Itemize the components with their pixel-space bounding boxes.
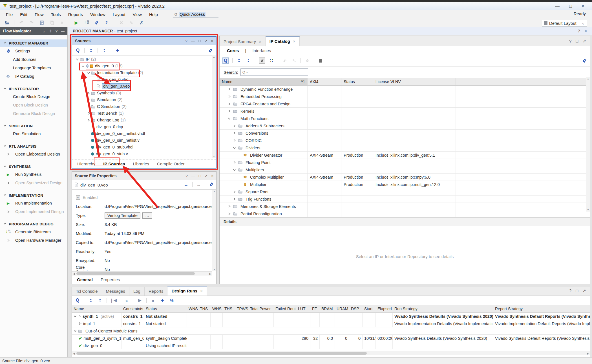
minimize-panel-icon[interactable]: — <box>191 174 195 178</box>
chevron-right-icon[interactable] <box>86 98 91 101</box>
ip-catalog-row[interactable]: Divider GeneratorAXI4-StreamProductionIn… <box>220 152 590 159</box>
float-panel-icon[interactable]: ↗ <box>582 39 586 44</box>
copy-icon[interactable] <box>49 20 55 26</box>
column-header-failed-routes[interactable]: Failed Routes <box>274 305 296 312</box>
ip-catalog-row[interactable]: Partial Reconfiguration <box>220 210 590 217</box>
edit-pencil-icon[interactable]: ✎ <box>128 20 134 26</box>
column-header-constraints[interactable]: Constraints <box>122 305 144 312</box>
tab-libraries[interactable]: Libraries <box>129 160 153 167</box>
column-header-elapsed[interactable]: Elapsed <box>376 305 393 312</box>
menu-reports[interactable]: Reports <box>65 11 87 18</box>
tree-item[interactable]: Simulation(2) <box>72 96 216 103</box>
column-header-total-power[interactable]: Total Power <box>248 305 274 312</box>
chevron-down-icon[interactable] <box>81 65 85 68</box>
properties-vertical-scrollbar[interactable]: ▲ ▼ <box>212 190 216 271</box>
tab-interfaces[interactable]: Interfaces <box>249 47 274 54</box>
sidebar-item-run-synthesis[interactable]: ▶Run Synthesis <box>0 170 67 179</box>
menu-view[interactable]: View <box>129 11 145 18</box>
enabled-checkbox[interactable]: ✔ <box>76 195 80 200</box>
menu-layout[interactable]: Layout <box>109 11 129 18</box>
chevron-right-icon[interactable] <box>232 190 237 193</box>
run-icon[interactable]: ▶ <box>73 20 79 26</box>
close-icon[interactable]: × <box>584 28 587 33</box>
ip-catalog-row[interactable]: Embedded Processing <box>220 93 590 100</box>
ip-catalog-row[interactable]: Complex MultiplierAXI4-StreamProductionI… <box>220 174 590 181</box>
tab-ip-sources[interactable]: IP Sources <box>100 160 128 167</box>
column-header-name[interactable]: Name^1 <box>220 78 308 85</box>
help-icon[interactable]: ? <box>578 28 580 33</box>
column-header-name[interactable]: Name <box>72 305 122 312</box>
ip-package-icon[interactable] <box>304 58 310 63</box>
sidebar-section-rtl-analysis[interactable]: RTL ANALYSIS <box>0 143 67 150</box>
column-header-axi4[interactable]: AXI4 <box>308 78 341 85</box>
minimize-panel-icon[interactable]: — <box>191 39 195 43</box>
collapse-all-icon[interactable] <box>88 48 94 53</box>
sidebar-item-open-implemented-design[interactable]: Open Implemented Design <box>0 207 67 216</box>
tab-ip-catalog[interactable]: IP Catalog× <box>266 36 300 46</box>
column-header-lut[interactable]: LUT <box>296 305 310 312</box>
more-options-button[interactable]: … <box>142 212 152 219</box>
column-header-start[interactable]: Start <box>363 305 376 312</box>
chevron-down-icon[interactable] <box>75 58 80 61</box>
chevron-right-icon[interactable] <box>86 112 91 115</box>
ip-catalog-row[interactable]: Dynamic Function eXchange <box>220 86 590 93</box>
close-tab-icon[interactable]: × <box>200 288 203 293</box>
sidebar-item-run-simulation[interactable]: Run Simulation <box>0 130 67 138</box>
column-header-ths[interactable]: THS <box>223 305 235 312</box>
tree-item[interactable]: div_gen_0_sim_netlist.v <box>72 137 216 144</box>
abort-icon[interactable]: ✗ <box>138 20 145 26</box>
sidebar-section-ip-integrator[interactable]: IP INTEGRATOR <box>0 85 67 92</box>
group-by-icon[interactable] <box>269 58 274 63</box>
back-arrow-icon[interactable]: ← <box>184 182 188 188</box>
float-panel-icon[interactable]: ↗ <box>204 39 207 43</box>
tree-item[interactable]: Synthesis(3) <box>72 90 216 96</box>
menu-flow[interactable]: Flow <box>31 11 47 18</box>
layout-selector[interactable]: Default Layout ⌄ <box>542 20 587 26</box>
details-pane-icon[interactable] <box>318 58 323 63</box>
chevron-down-icon[interactable] <box>86 71 91 74</box>
sidebar-item-ip-catalog[interactable]: IP Catalog <box>0 72 67 81</box>
ip-catalog-row[interactable]: Conversions <box>220 130 590 137</box>
design-run-row[interactable]: impl_1constrs_1Not startedVivado Impleme… <box>72 320 590 327</box>
collapse-all-icon[interactable]: ⌅ <box>43 29 46 33</box>
design-run-row[interactable]: ✔div_gen_0Using cached IP results <box>72 342 590 349</box>
chevron-down-icon[interactable] <box>74 314 77 319</box>
close-panel-icon[interactable]: × <box>211 39 213 43</box>
chevron-right-icon[interactable] <box>227 88 232 91</box>
settings-gear-icon[interactable] <box>209 182 213 188</box>
sidebar-item-add-sources[interactable]: Add Sources <box>0 55 67 64</box>
menu-window[interactable]: Window <box>87 11 109 18</box>
chevron-right-icon[interactable] <box>227 95 232 98</box>
cancel-icon[interactable]: ✕ <box>118 20 124 26</box>
settings-gear-icon[interactable] <box>582 58 587 63</box>
minimize-panel-icon[interactable]: — <box>61 29 65 33</box>
column-header-uram[interactable]: URAM <box>335 305 349 312</box>
go-first-icon[interactable]: ❙◀ <box>111 298 116 303</box>
ip-catalog-row[interactable]: Math Functions <box>220 115 590 122</box>
chevron-right-icon[interactable] <box>227 110 232 113</box>
tree-item[interactable]: Change Log(1) <box>72 117 216 123</box>
sidebar-item-create-block-design[interactable]: Create Block Design <box>0 92 67 101</box>
generate-bitstream-toolbar-icon[interactable]: ↓0110 <box>83 20 90 26</box>
column-header-whs[interactable]: WHS <box>211 305 223 312</box>
tree-item[interactable]: div_gen_0_stub.vhdl <box>72 144 216 150</box>
chevron-down-icon[interactable] <box>232 168 237 171</box>
tree-item[interactable]: div_gen_0_sim_netlist.vhdl <box>72 130 216 137</box>
run-step-icon[interactable]: ▶ <box>137 298 143 303</box>
close-tab-icon[interactable]: × <box>293 39 295 44</box>
sidebar-item-settings[interactable]: Settings <box>0 47 67 55</box>
search-icon[interactable]: Q <box>222 57 229 64</box>
summary-sigma-icon[interactable]: Σ <box>104 20 110 26</box>
menu-help[interactable]: Help <box>145 11 162 18</box>
column-header-tns[interactable]: TNS <box>198 305 211 312</box>
tree-item[interactable]: C Simulation(2) <box>72 103 216 110</box>
chevron-right-icon[interactable] <box>232 161 237 164</box>
search-icon[interactable]: Q <box>75 298 80 303</box>
ip-catalog-row[interactable]: Floating Point <box>220 159 590 166</box>
maximize-panel-icon[interactable]: □ <box>198 39 201 43</box>
column-header-bram[interactable]: BRAM <box>320 305 335 312</box>
column-header-report-strategy[interactable]: Report Strategy <box>493 305 590 312</box>
sidebar-section-program-and-debug[interactable]: PROGRAM AND DEBUG <box>0 220 67 228</box>
ip-catalog-row[interactable]: FPGA Features and Design <box>220 100 590 108</box>
open-folder-icon[interactable] <box>4 20 10 26</box>
